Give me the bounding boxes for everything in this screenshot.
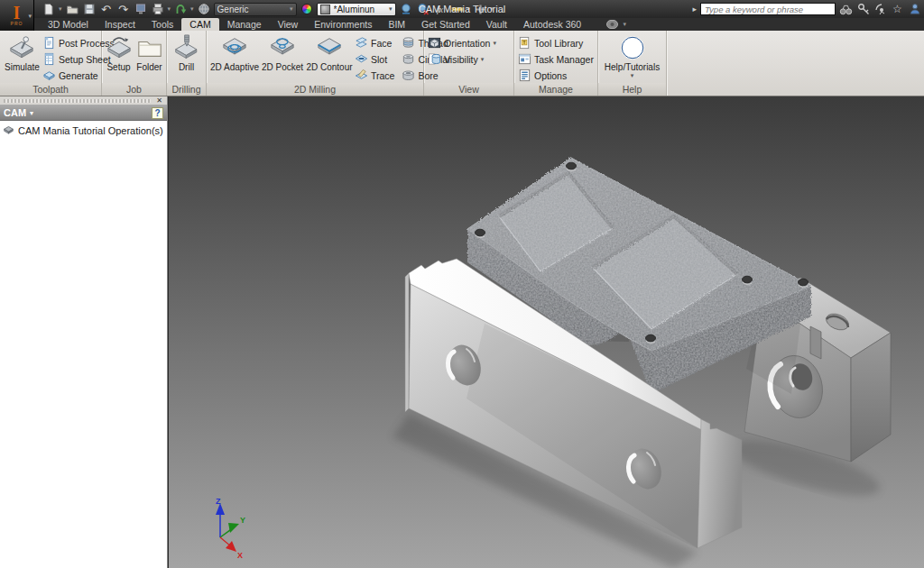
- simulate-button[interactable]: Simulate: [4, 33, 41, 73]
- tab-3d-model[interactable]: 3D Model: [40, 18, 97, 31]
- color-wheel-icon[interactable]: [300, 2, 314, 16]
- task-manager-icon: [518, 52, 531, 66]
- z-axis-label: Z: [216, 497, 221, 506]
- tab-get-started[interactable]: Get Started: [413, 18, 478, 31]
- open-button[interactable]: [65, 2, 79, 16]
- undo-button[interactable]: ↶: [99, 2, 114, 16]
- setup-icon: [106, 34, 133, 61]
- search-button[interactable]: [839, 3, 853, 16]
- visibility-caret: ▾: [481, 56, 485, 63]
- folder-button[interactable]: Folder: [135, 33, 164, 73]
- browser-help-button[interactable]: ?: [152, 107, 163, 119]
- post-process-icon: [42, 36, 56, 50]
- panel-2d-milling: 2D Adaptive 2D Pocket 2D Contour Face Sl…: [207, 31, 424, 96]
- application-menu-button[interactable]: I PRO ▾: [0, 0, 34, 31]
- inventor-logo-icon: I: [14, 5, 21, 21]
- tab-bim[interactable]: BIM: [380, 18, 413, 31]
- app-menu-caret: ▾: [28, 13, 32, 20]
- options-button[interactable]: Options: [518, 68, 594, 83]
- panel-manage: Tool Library Task Manager Options Manage: [514, 31, 598, 96]
- panel-job: Setup Folder Job: [102, 31, 167, 96]
- 2d-pocket-icon: [269, 34, 296, 61]
- visibility-button[interactable]: Visibility ▾: [428, 51, 496, 67]
- material-dropdown[interactable]: Generic▾: [214, 3, 297, 16]
- 2d-contour-button[interactable]: 2D Contour: [306, 33, 353, 73]
- panel-label-toolpath[interactable]: Toolpath: [0, 83, 101, 96]
- slot-button[interactable]: Slot: [355, 51, 394, 67]
- browser-grip[interactable]: ✕: [0, 96, 167, 105]
- key-icon: [857, 3, 870, 15]
- satellite-icon: [874, 3, 887, 15]
- expand-arrow-icon[interactable]: ▸: [692, 5, 697, 14]
- browser-close-button[interactable]: ✕: [154, 96, 164, 105]
- setup-button[interactable]: Setup: [105, 33, 134, 73]
- tool-library-button[interactable]: Tool Library: [518, 35, 594, 50]
- open-folder-icon: [66, 3, 79, 15]
- tab-tools[interactable]: Tools: [143, 18, 182, 31]
- jaw-slot-notch: [810, 326, 821, 359]
- panel-label-2d-milling[interactable]: 2D Milling: [207, 83, 423, 96]
- print-button[interactable]: [151, 2, 165, 16]
- adjust-appearance-button[interactable]: [399, 2, 413, 16]
- print-caret[interactable]: ▾: [168, 5, 171, 13]
- appearance-swatch: [320, 5, 330, 14]
- generate-icon: [42, 69, 56, 82]
- new-file-button[interactable]: [42, 2, 56, 16]
- trace-button[interactable]: Trace: [355, 68, 394, 83]
- return-caret[interactable]: ▾: [190, 5, 194, 13]
- appearance-value: *Aluminun: [334, 5, 385, 14]
- orientation-icon: [428, 36, 441, 50]
- panel-label-view[interactable]: View: [424, 83, 513, 96]
- record-button[interactable]: ▾: [606, 18, 626, 31]
- tab-view[interactable]: View: [270, 18, 307, 31]
- help-caret: ▾: [631, 72, 634, 79]
- simulate-icon: [8, 34, 35, 61]
- help-tutorials-button[interactable]: Help/Tutorials ▾: [603, 33, 662, 80]
- browser-title-caret[interactable]: ▾: [30, 109, 33, 117]
- panel-label-drilling[interactable]: Drilling: [167, 83, 206, 96]
- save-button[interactable]: [82, 2, 97, 16]
- return-icon: [174, 3, 187, 15]
- viewport-3d: Z Y X: [169, 96, 924, 568]
- tab-cam[interactable]: CAM: [181, 18, 218, 31]
- help-search-input[interactable]: [700, 3, 836, 15]
- task-manager-button[interactable]: Task Manager: [518, 51, 594, 67]
- panel-label-help[interactable]: Help: [598, 83, 666, 96]
- tree-item-operations[interactable]: CAM Mania Tutorial Operation(s): [3, 124, 164, 136]
- 2d-contour-icon: [316, 34, 343, 61]
- 2d-adaptive-button[interactable]: 2D Adaptive: [210, 33, 259, 73]
- grip-handle-icon: [4, 99, 151, 103]
- subscription-button[interactable]: [856, 3, 870, 16]
- panel-label-job[interactable]: Job: [102, 83, 166, 96]
- new-file-caret[interactable]: ▾: [59, 5, 62, 13]
- operations-node-icon: [3, 124, 14, 136]
- local-update-button[interactable]: [134, 2, 148, 16]
- 2d-pocket-button[interactable]: 2D Pocket: [261, 33, 304, 73]
- return-button[interactable]: [173, 2, 188, 16]
- appearance-dropdown[interactable]: *Aluminun▾: [317, 3, 396, 16]
- tab-inspect[interactable]: Inspect: [97, 18, 143, 31]
- redo-button[interactable]: ↷: [116, 2, 131, 16]
- browser-panel: ✕ CAM ▾ ? CAM Mania Tutorial Operation(s…: [0, 96, 168, 568]
- tab-vault[interactable]: Vault: [478, 18, 515, 31]
- drill-button[interactable]: Drill: [171, 33, 202, 73]
- tab-autodesk-360[interactable]: Autodesk 360: [515, 18, 589, 31]
- panel-label-manage[interactable]: Manage: [514, 83, 597, 96]
- browser-title: CAM: [4, 107, 26, 118]
- tab-manage[interactable]: Manage: [219, 18, 270, 31]
- person-icon: [909, 3, 921, 15]
- favorites-button[interactable]: ☆: [891, 3, 904, 16]
- save-icon: [83, 3, 96, 15]
- orientation-button[interactable]: Orientation ▾: [428, 35, 496, 50]
- tab-environments[interactable]: Environments: [306, 18, 380, 31]
- face-button[interactable]: Face: [355, 35, 394, 50]
- binoculars-icon: [839, 4, 853, 15]
- web-browser-button[interactable]: [197, 2, 211, 16]
- panel-toolpath: Simulate Post Process Setup Sheet Genera…: [0, 31, 102, 96]
- model-viewport[interactable]: Z Y X: [169, 96, 924, 568]
- title-bar: ▾ ↶ ↷ ▾ ▾ Generic▾ *Aluminun▾: [0, 0, 924, 18]
- sign-in-button[interactable]: [908, 3, 921, 16]
- browser-header[interactable]: CAM ▾ ?: [0, 105, 167, 121]
- communication-center-button[interactable]: [873, 3, 887, 16]
- folder-icon: [136, 34, 163, 61]
